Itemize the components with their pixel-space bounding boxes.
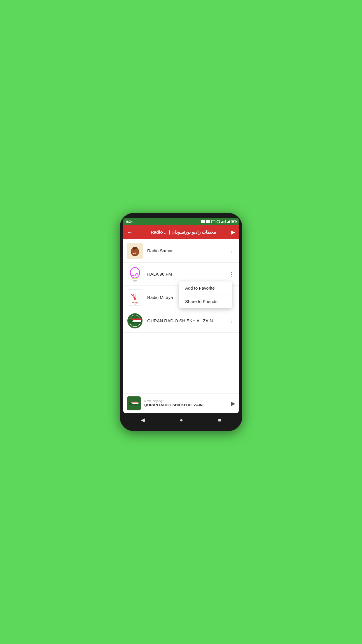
list-item[interactable]: Sudan QURAN RADIO SHIEKH AL ZAIN ⋮	[123, 309, 239, 332]
svg-text:Miraya: Miraya	[132, 301, 138, 304]
hala-logo-svg: 96fm	[127, 266, 143, 282]
svg-point-3	[133, 248, 135, 250]
status-time: 9:34	[126, 220, 133, 223]
svg-text:96fm: 96fm	[133, 280, 137, 282]
svg-text:Sudan: Sudan	[133, 326, 138, 328]
svg-point-8	[134, 298, 136, 300]
svg-text:راديو: راديو	[133, 304, 137, 305]
nav-recent-button[interactable]: ■	[218, 417, 221, 423]
wifi-icon	[221, 220, 226, 223]
back-button[interactable]: ←	[127, 229, 133, 235]
radio-list: راديو سمر Radio Samar ⋮ 96fm HA	[123, 239, 239, 393]
nav-home-button[interactable]: ●	[180, 417, 183, 423]
phone-screen: 9:34	[123, 218, 239, 413]
add-to-favorite-button[interactable]: Add to Favorite	[179, 281, 232, 295]
status-icon-3	[211, 220, 215, 223]
more-options-quran[interactable]: ⋮	[228, 316, 235, 325]
context-menu: Add to Favorite Share to Friends	[179, 281, 232, 308]
samar-logo-svg: راديو سمر	[128, 244, 142, 258]
list-item[interactable]: راديو سمر Radio Samar ⋮	[123, 239, 239, 262]
phone-nav-bar: ◀ ● ■	[123, 413, 239, 426]
radio-name-hala: HALA 96 FM	[147, 272, 228, 276]
now-playing-bar: Now Playing : QURAN RADIO SHIEKH AL ZAIN…	[123, 393, 239, 413]
signal-icon	[227, 220, 230, 223]
app-bar: ← Radio ... | محطات راديو بورتسودان ▶	[123, 225, 239, 239]
play-button[interactable]: ▶	[231, 400, 235, 407]
phone-shell: 9:34	[120, 213, 242, 431]
status-icon-target	[217, 220, 220, 223]
status-icon-2	[206, 220, 210, 223]
more-options-hala[interactable]: ⋮	[228, 270, 235, 279]
radio-logo-quran: Sudan	[127, 313, 143, 329]
radio-logo-samar: راديو سمر	[127, 243, 143, 259]
status-icons	[201, 220, 236, 223]
search-icon[interactable]: ▶	[231, 229, 235, 235]
app-bar-title: Radio ... | محطات راديو بورتسودان	[136, 230, 231, 235]
quran-logo-svg: Sudan	[127, 313, 143, 329]
svg-text:سمر: سمر	[133, 255, 137, 257]
miraya-logo-svg: Miraya راديو	[127, 290, 143, 305]
share-to-friends-button[interactable]: Share to Friends	[179, 295, 232, 308]
now-playing-label: Now Playing :	[144, 399, 231, 403]
radio-logo-hala: 96fm	[127, 266, 143, 282]
svg-point-6	[130, 267, 140, 278]
status-icon-1	[201, 220, 205, 223]
radio-name-samar: Radio Samar	[147, 248, 228, 253]
svg-text:راديو: راديو	[133, 252, 137, 254]
now-playing-info: Now Playing : QURAN RADIO SHIEKH AL ZAIN	[144, 399, 231, 407]
now-playing-thumbnail	[127, 396, 141, 410]
status-bar: 9:34	[123, 218, 239, 225]
nav-back-button[interactable]: ◀	[141, 417, 145, 423]
now-playing-logo	[127, 397, 140, 410]
more-options-samar[interactable]: ⋮	[228, 246, 235, 255]
now-playing-title: QURAN RADIO SHIEKH AL ZAIN	[144, 403, 231, 407]
battery-icon	[231, 220, 236, 223]
radio-name-quran: QURAN RADIO SHIEKH AL ZAIN	[147, 318, 228, 323]
radio-logo-miraya: Miraya راديو	[127, 289, 143, 306]
